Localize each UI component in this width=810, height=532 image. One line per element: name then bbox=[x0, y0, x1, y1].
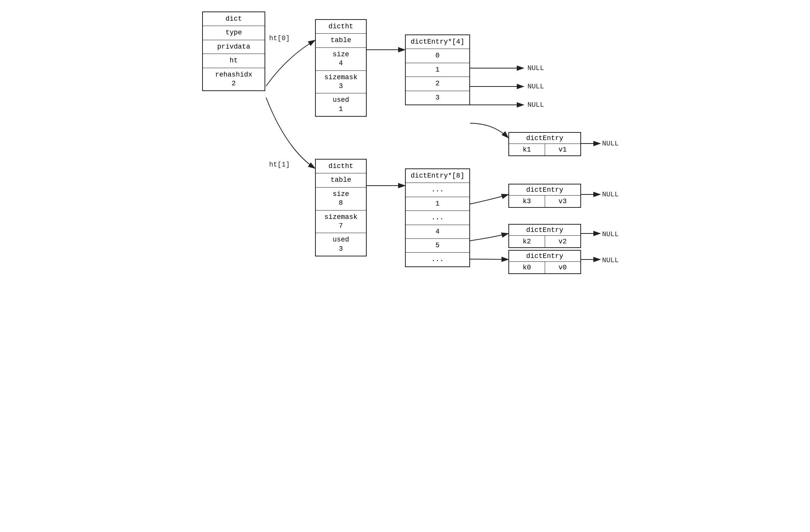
dict-entry-2-v: v2 bbox=[545, 236, 581, 247]
entry-array-1-row5: ... bbox=[406, 253, 469, 266]
null-label-de1: NULL bbox=[602, 191, 619, 198]
dict-box: dict type privdata ht rehashidx 2 bbox=[202, 11, 265, 91]
entry-array-0-row1: 1 bbox=[406, 63, 469, 77]
dict-entry-1-k: k3 bbox=[509, 196, 545, 207]
entry-array-0-row3: 3 bbox=[406, 91, 469, 104]
dict-entry-0-header: dictEntry bbox=[509, 133, 580, 144]
entry-array-1-row4: 5 bbox=[406, 239, 469, 253]
dictht1-used: used 3 bbox=[316, 233, 366, 256]
ht1-label: ht[1] bbox=[269, 161, 290, 168]
null-label-de0: NULL bbox=[602, 140, 619, 147]
diagram: dict type privdata ht rehashidx 2 ht[0] … bbox=[202, 11, 608, 276]
dict-cell-rehashidx: rehashidx 2 bbox=[203, 68, 265, 91]
entry-array-0-header: dictEntry*[4] bbox=[406, 35, 469, 49]
entry-array-1-row3: 4 bbox=[406, 225, 469, 239]
dict-entry-2-k: k2 bbox=[509, 236, 545, 247]
dictht0-sizemask: sizemask 3 bbox=[316, 71, 366, 94]
dict-entry-2-header: dictEntry bbox=[509, 225, 580, 236]
null-label-de3: NULL bbox=[602, 256, 619, 264]
entry-array-1-row1: 1 bbox=[406, 197, 469, 211]
null-label-2: NULL bbox=[527, 101, 544, 109]
dict-entry-0-k: k1 bbox=[509, 144, 545, 155]
null-label-de2: NULL bbox=[602, 230, 619, 238]
dictht1-size: size 8 bbox=[316, 188, 366, 211]
dictht0-size: size 4 bbox=[316, 48, 366, 71]
ht0-label: ht[0] bbox=[269, 34, 290, 42]
dictht1-header: dictht bbox=[316, 160, 366, 173]
dict-entry-0: dictEntry k1 v1 bbox=[508, 132, 581, 156]
null-label-1: NULL bbox=[527, 83, 544, 90]
dictht0-box: dictht table size 4 sizemask 3 used 1 bbox=[315, 19, 367, 117]
entry-array-0: dictEntry*[4] 0 1 2 3 bbox=[405, 34, 470, 105]
entry-array-0-row0: 0 bbox=[406, 49, 469, 63]
dict-cell-type: type bbox=[203, 26, 265, 40]
dict-entry-1-v: v3 bbox=[545, 196, 581, 207]
entry-array-1-row0: ... bbox=[406, 183, 469, 197]
entry-array-1-row2: ... bbox=[406, 211, 469, 225]
dictht0-header: dictht bbox=[316, 20, 366, 34]
entry-array-0-row2: 2 bbox=[406, 77, 469, 91]
dictht1-sizemask: sizemask 7 bbox=[316, 211, 366, 233]
entry-array-1-header: dictEntry*[8] bbox=[406, 169, 469, 183]
dictht1-box: dictht table size 8 sizemask 7 used 3 bbox=[315, 159, 367, 256]
dict-entry-3-header: dictEntry bbox=[509, 251, 580, 262]
dictht0-used: used 1 bbox=[316, 93, 366, 116]
dict-entry-1: dictEntry k3 v3 bbox=[508, 184, 581, 208]
dictht1-table: table bbox=[316, 173, 366, 187]
dict-entry-3-v: v0 bbox=[545, 262, 581, 273]
dict-cell-privdata: privdata bbox=[203, 40, 265, 54]
dictht0-table: table bbox=[316, 34, 366, 47]
entry-array-1: dictEntry*[8] ... 1 ... 4 5 ... bbox=[405, 168, 470, 267]
dict-cell-dict: dict bbox=[203, 12, 265, 26]
dict-entry-2: dictEntry k2 v2 bbox=[508, 224, 581, 248]
null-label-0: NULL bbox=[527, 64, 544, 72]
dict-entry-1-header: dictEntry bbox=[509, 184, 580, 196]
dict-cell-ht: ht bbox=[203, 54, 265, 68]
dict-entry-3-k: k0 bbox=[509, 262, 545, 273]
dict-entry-3: dictEntry k0 v0 bbox=[508, 250, 581, 274]
dict-entry-0-v: v1 bbox=[545, 144, 581, 155]
